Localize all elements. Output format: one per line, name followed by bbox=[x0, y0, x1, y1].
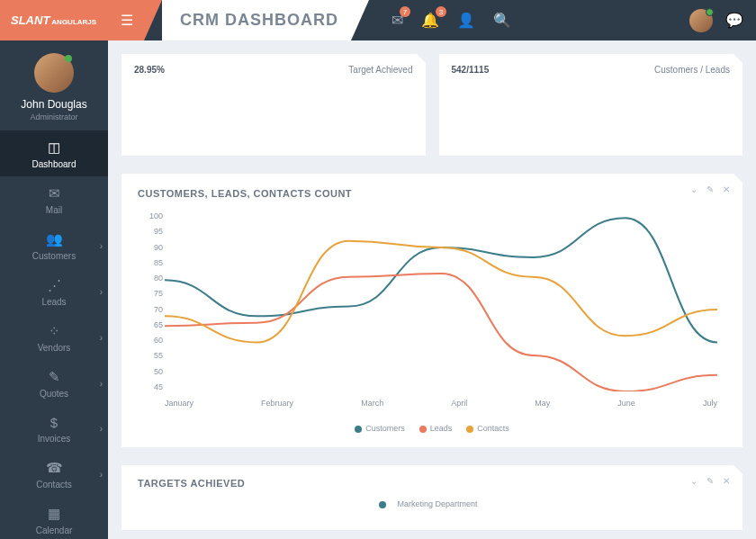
contacts-icon: ☎ bbox=[5, 460, 103, 476]
logo-area: SLANTANGULARJS ☰ bbox=[0, 0, 144, 40]
calendar-icon: ▦ bbox=[5, 506, 103, 522]
main-content: 28.95% Target Achieved 542/1115 Customer… bbox=[108, 40, 756, 539]
bell-badge: 3 bbox=[436, 6, 446, 17]
sidebar-item-leads[interactable]: ⋰Leads› bbox=[0, 268, 108, 314]
card-customers-leads: 542/1115 Customers / Leads bbox=[439, 54, 743, 156]
sidebar-item-vendors[interactable]: ⁘Vendors› bbox=[0, 314, 108, 360]
page-title: CRM DASHBOARD bbox=[180, 11, 338, 30]
vendors-icon: ⁘ bbox=[5, 323, 103, 339]
user-icon[interactable]: 👤 bbox=[457, 12, 475, 29]
target-bars bbox=[134, 82, 413, 145]
card-tools: ⌄ ✎ ✕ bbox=[690, 476, 730, 486]
mail-icon[interactable]: ✉7 bbox=[392, 12, 403, 29]
target-value: 28.95% bbox=[134, 65, 165, 75]
legend: CustomersLeadsContacts bbox=[138, 424, 726, 433]
chevron-right-icon: › bbox=[100, 424, 103, 434]
chevron-right-icon: › bbox=[100, 286, 103, 296]
dashboard-icon: ◫ bbox=[5, 139, 103, 156]
card-tools: ⌄ ✎ ✕ bbox=[690, 184, 730, 194]
invoices-icon: $ bbox=[5, 415, 103, 430]
profile-role: Administrator bbox=[0, 112, 108, 121]
collapse-icon[interactable]: ⌄ bbox=[690, 476, 698, 486]
avatar[interactable] bbox=[689, 9, 713, 32]
quotes-icon: ✎ bbox=[5, 369, 103, 385]
card-target-achieved: 28.95% Target Achieved bbox=[122, 54, 426, 156]
mail-icon: ✉ bbox=[5, 185, 103, 202]
topbar-actions: ✉7 🔔3 👤 🔍 💬 bbox=[351, 0, 756, 40]
clc-title: CUSTOMERS, LEADS, CONTACTS COUNT bbox=[138, 188, 726, 199]
sidebar-item-customers[interactable]: 👥Customers› bbox=[0, 222, 108, 268]
chevron-right-icon: › bbox=[100, 332, 103, 342]
nav-list: ◫Dashboard✉Mail👥Customers›⋰Leads›⁘Vendor… bbox=[0, 130, 108, 539]
menu-toggle-icon[interactable]: ☰ bbox=[121, 12, 133, 29]
search-icon[interactable]: 🔍 bbox=[493, 12, 511, 29]
chevron-right-icon: › bbox=[100, 240, 103, 250]
sidebar-item-calendar[interactable]: ▦Calendar bbox=[0, 497, 108, 539]
profile: John Douglas Administrator bbox=[0, 40, 108, 130]
customers-bars bbox=[452, 82, 731, 145]
sidebar-item-invoices[interactable]: $Invoices› bbox=[0, 406, 108, 451]
card-targets-achieved: TARGETS ACHIEVED ⌄ ✎ ✕ Marketing Departm… bbox=[122, 465, 742, 530]
edit-icon[interactable]: ✎ bbox=[706, 476, 714, 486]
sidebar-item-dashboard[interactable]: ◫Dashboard bbox=[0, 130, 108, 176]
target-label: Target Achieved bbox=[348, 65, 412, 75]
bell-icon[interactable]: 🔔3 bbox=[421, 12, 439, 29]
brand-logo: SLANTANGULARJS bbox=[11, 13, 96, 27]
sidebar-item-quotes[interactable]: ✎Quotes› bbox=[0, 360, 108, 406]
close-icon[interactable]: ✕ bbox=[723, 184, 730, 194]
leads-icon: ⋰ bbox=[5, 277, 103, 293]
profile-avatar[interactable] bbox=[34, 53, 74, 93]
close-icon[interactable]: ✕ bbox=[723, 476, 730, 486]
chevron-right-icon: › bbox=[100, 469, 103, 479]
topbar: SLANTANGULARJS ☰ CRM DASHBOARD ✉7 🔔3 👤 🔍… bbox=[0, 0, 756, 40]
customers-label: Customers / Leads bbox=[654, 65, 730, 75]
sidebar-item-contacts[interactable]: ☎Contacts› bbox=[0, 451, 108, 497]
sidebar-item-mail[interactable]: ✉Mail bbox=[0, 176, 108, 222]
sidebar: John Douglas Administrator ◫Dashboard✉Ma… bbox=[0, 40, 108, 539]
customers-icon: 👥 bbox=[5, 231, 103, 247]
mail-badge: 7 bbox=[400, 6, 410, 17]
card-clc-chart: CUSTOMERS, LEADS, CONTACTS COUNT ⌄ ✎ ✕ 1… bbox=[122, 174, 742, 447]
customers-value: 542/1115 bbox=[452, 65, 490, 75]
chevron-right-icon: › bbox=[100, 378, 103, 388]
edit-icon[interactable]: ✎ bbox=[706, 184, 714, 194]
targets-title: TARGETS ACHIEVED bbox=[138, 478, 726, 489]
line-chart: 1009590858075706560555045 JanuaryFebruar… bbox=[138, 211, 726, 418]
collapse-icon[interactable]: ⌄ bbox=[690, 184, 698, 194]
profile-name: John Douglas bbox=[0, 98, 108, 111]
page-title-area: CRM DASHBOARD bbox=[162, 0, 351, 40]
chat-icon[interactable]: 💬 bbox=[725, 12, 743, 29]
